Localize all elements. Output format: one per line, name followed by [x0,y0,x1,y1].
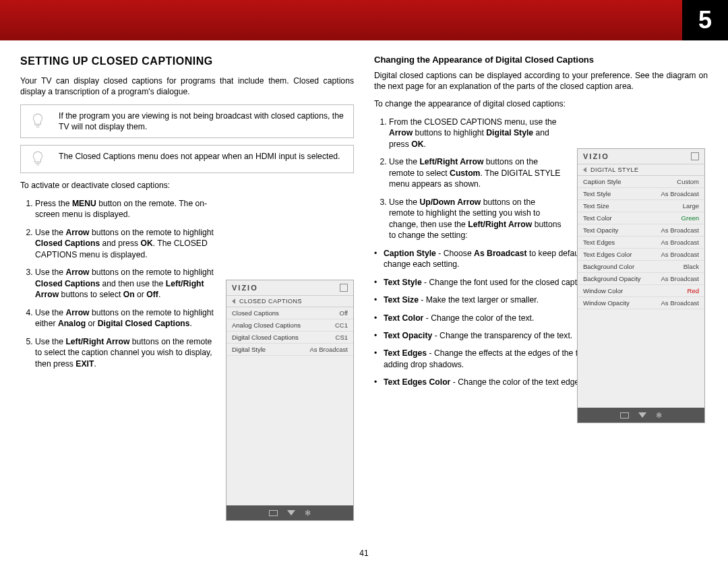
osd-crumb: CLOSED CAPTIONS [239,298,302,305]
steps-lead: To change the appearance of digital clos… [374,98,708,109]
lightbulb-icon [29,150,47,168]
appearance-steps: From the CLOSED CAPTIONS menu, use the A… [374,117,563,241]
intro-paragraph: Digital closed captions can be displayed… [374,70,708,92]
gear-icon: ✻ [656,411,662,420]
list-item: Use the Arrow buttons on the remote to h… [35,307,216,330]
list-item: Use the Up/Down Arrow buttons on the rem… [389,197,563,241]
back-icon [583,167,586,173]
section-heading: SETTING UP CLOSED CAPTIONING [20,54,354,69]
osd-brand: VIZIO [232,284,258,292]
home-icon [340,284,348,292]
page-number: 41 [359,549,368,558]
osd-row: Digital Closed CaptionsCS1 [226,332,353,344]
osd-bottom-bar: ✻ [226,505,353,520]
osd-menu-closed-captions: VIZIO CLOSED CAPTIONS Closed CaptionsOff… [226,280,354,521]
osd-row: Text OpacityAs Broadcast [578,224,704,237]
note-text: The Closed Captions menu does not appear… [59,152,340,161]
osd-row: Text ColorGreen [578,212,704,224]
chevron-down-icon [638,412,646,418]
osd-row: Text SizeLarge [578,200,704,212]
note-box: If the program you are viewing is not be… [20,104,354,139]
subheading: Changing the Appearance of Digital Close… [374,54,708,66]
osd-crumb: DIGITAL STYLE [590,166,639,173]
intro-paragraph: Your TV can display closed captions for … [20,75,354,98]
osd-bottom-bar: ✻ [578,408,704,423]
osd-brand: VIZIO [583,152,609,160]
osd-row: Background OpacityAs Broadcast [578,273,704,285]
osd-menu-digital-style: VIZIO DIGITAL STYLE Caption StyleCustomT… [577,148,705,423]
osd-row: Background ColorBlack [578,261,704,273]
list-item: Use the Left/Right Arrow buttons on the … [389,156,563,189]
list-item: Use the Arrow buttons on the remote to h… [35,227,216,260]
chapter-banner: 5 [0,0,728,40]
steps-lead: To activate or deactivate closed caption… [20,180,354,191]
osd-row: Text StyleAs Broadcast [578,188,704,200]
note-text: If the program you are viewing is not be… [59,111,344,131]
back-icon [232,299,235,304]
osd-row: Analog Closed CaptionsCC1 [226,319,353,332]
lightbulb-icon [29,113,47,130]
osd-row: Digital StyleAs Broadcast [226,344,353,356]
wide-icon [269,510,278,516]
osd-row: Caption StyleCustom [578,176,704,188]
chapter-number: 5 [698,6,712,34]
osd-row: Closed CaptionsOff [226,307,353,319]
list-item: Use the Arrow buttons on the remote to h… [35,267,216,300]
wide-icon [620,412,629,418]
list-item: From the CLOSED CAPTIONS menu, use the A… [389,117,563,150]
list-item: Use the Left/Right Arrow buttons on the … [35,336,216,369]
chevron-down-icon [287,510,295,516]
osd-row: Window ColorRed [578,285,704,297]
activation-steps: Press the MENU button on the remote. The… [20,198,216,369]
note-box: The Closed Captions menu does not appear… [20,145,354,173]
osd-row: Text EdgesAs Broadcast [578,237,704,249]
gear-icon: ✻ [305,509,311,518]
osd-row: Text Edges ColorAs Broadcast [578,249,704,261]
osd-row: Window OpacityAs Broadcast [578,297,704,309]
list-item: Press the MENU button on the remote. The… [35,198,216,220]
home-icon [691,152,699,160]
chapter-number-box: 5 [682,0,728,40]
